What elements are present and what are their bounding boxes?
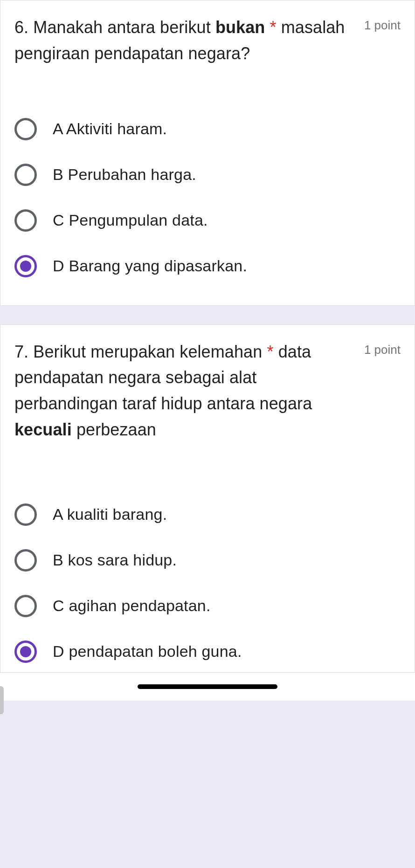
radio-icon[interactable] (14, 549, 37, 572)
question-header: 7. Berikut merupakan kelemahan * data pe… (14, 339, 401, 443)
question-number: 7. (14, 342, 28, 361)
question-header: 6. Manakah antara berikut bukan * masala… (14, 14, 401, 67)
options-group: A kualiti barang. B kos sara hidup. C ag… (14, 503, 401, 663)
option-label: D pendapatan boleh guna. (53, 642, 242, 661)
points-label: 1 point (364, 339, 401, 357)
option-d[interactable]: D Barang yang dipasarkan. (14, 255, 401, 277)
question-card-6: 6. Manakah antara berikut bukan * masala… (0, 0, 415, 306)
radio-icon[interactable] (14, 503, 37, 526)
card-divider (0, 306, 415, 324)
home-indicator-area (0, 673, 415, 701)
points-label: 1 point (364, 14, 401, 33)
question-title: 7. Berikut merupakan kelemahan * data pe… (14, 339, 357, 443)
option-d[interactable]: D pendapatan boleh guna. (14, 641, 401, 663)
question-text-pre: Berikut merupakan kelemahan (33, 342, 262, 361)
option-label: B Perubahan harga. (53, 165, 196, 184)
option-label: A kualiti barang. (53, 505, 167, 524)
option-b[interactable]: B Perubahan harga. (14, 164, 401, 186)
required-asterisk: * (265, 18, 276, 37)
option-label: C Pengumpulan data. (53, 211, 208, 229)
radio-icon[interactable] (14, 209, 37, 232)
question-title: 6. Manakah antara berikut bukan * masala… (14, 14, 357, 67)
question-text-bold: bukan (215, 18, 265, 37)
option-b[interactable]: B kos sara hidup. (14, 549, 401, 572)
option-a[interactable]: A kualiti barang. (14, 503, 401, 526)
option-c[interactable]: C Pengumpulan data. (14, 209, 401, 232)
radio-icon[interactable] (14, 118, 37, 140)
scroll-indicator (0, 686, 4, 701)
option-c[interactable]: C agihan pendapatan. (14, 595, 401, 617)
option-label: B kos sara hidup. (53, 551, 177, 569)
option-label: A Aktiviti haram. (53, 120, 167, 138)
option-label: D Barang yang dipasarkan. (53, 257, 247, 275)
question-text-pre: Manakah antara berikut (33, 18, 215, 37)
radio-icon-selected[interactable] (14, 255, 37, 277)
radio-icon-selected[interactable] (14, 641, 37, 663)
options-group: A Aktiviti haram. B Perubahan harga. C P… (14, 118, 401, 277)
question-card-7: 7. Berikut merupakan kelemahan * data pe… (0, 324, 415, 673)
question-text-post: perbezaan (72, 420, 156, 439)
radio-icon[interactable] (14, 164, 37, 186)
option-a[interactable]: A Aktiviti haram. (14, 118, 401, 140)
home-indicator (138, 684, 277, 689)
option-label: C agihan pendapatan. (53, 597, 211, 615)
required-asterisk: * (262, 342, 273, 361)
radio-icon[interactable] (14, 595, 37, 617)
question-number: 6. (14, 18, 28, 37)
question-text-bold: kecuali (14, 420, 72, 439)
